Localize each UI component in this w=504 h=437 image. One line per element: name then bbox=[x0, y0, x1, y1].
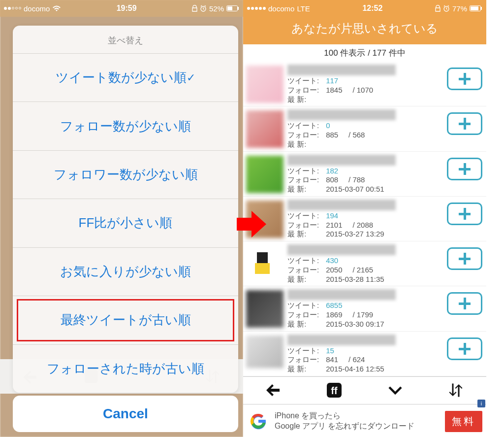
add-button[interactable] bbox=[447, 158, 482, 180]
battery-percent: 77% bbox=[452, 4, 467, 13]
add-button[interactable] bbox=[447, 247, 482, 270]
list-item[interactable]: ツイート: 430 フォロー: 2050 / 2165 最 新: 2015-03… bbox=[243, 241, 486, 286]
username-redacted bbox=[287, 335, 396, 345]
plus-icon bbox=[459, 163, 471, 175]
status-time: 19:59 bbox=[61, 4, 192, 13]
username-redacted bbox=[287, 65, 396, 75]
add-button[interactable] bbox=[447, 292, 482, 315]
sort-option-followed-time-old[interactable]: フォローされた時が古い順 bbox=[13, 345, 238, 393]
page-title: あなたが片思いされている bbox=[243, 17, 486, 44]
signal-dots-icon bbox=[247, 7, 266, 10]
ad-info-icon[interactable]: i bbox=[477, 400, 485, 407]
add-button[interactable] bbox=[447, 202, 482, 225]
sort-button[interactable] bbox=[446, 380, 466, 400]
sort-option-follow-asc[interactable]: フォロー数が少ない順 bbox=[13, 102, 238, 150]
lock-icon bbox=[192, 5, 197, 12]
user-stats: ツイート: 194 フォロー: 2101 / 2088 最 新: 2015-03… bbox=[287, 211, 447, 239]
battery-percent: 52% bbox=[209, 4, 224, 13]
plus-icon bbox=[459, 343, 471, 355]
list-item[interactable]: ツイート: 0 フォロー: 885 / 568 最 新: bbox=[243, 106, 486, 151]
sort-option-follower-asc[interactable]: フォロワー数が少ない順 bbox=[13, 151, 238, 199]
carrier-label: docomo bbox=[24, 4, 50, 13]
cancel-button[interactable]: Cancel bbox=[13, 396, 238, 432]
user-stats: ツイート: 117 フォロー: 1845 / 1070 最 新: bbox=[287, 76, 447, 104]
sort-option-ff-ratio[interactable]: FF比が小さい順 bbox=[13, 199, 238, 247]
list-item[interactable]: ツイート: 117 フォロー: 1845 / 1070 最 新: bbox=[243, 62, 486, 106]
expand-button[interactable] bbox=[385, 380, 405, 400]
plus-icon bbox=[459, 298, 471, 309]
username-redacted bbox=[287, 244, 396, 255]
transition-arrow-icon bbox=[234, 207, 269, 241]
svg-text:ff: ff bbox=[331, 385, 338, 396]
sort-option-tweets-asc[interactable]: ツイート数が少ない順 bbox=[13, 54, 238, 102]
username-redacted bbox=[287, 155, 396, 166]
svg-rect-8 bbox=[481, 7, 482, 10]
battery-icon bbox=[470, 5, 482, 11]
carrier-label: docomo bbox=[268, 4, 294, 13]
ad-banner[interactable]: i iPhone を買ったら Google アプリ を忘れずにダウンロード 無料 bbox=[243, 404, 486, 437]
avatar bbox=[246, 290, 284, 328]
sort-option-favorites-asc[interactable]: お気に入りが少ない順 bbox=[13, 248, 238, 296]
add-button[interactable] bbox=[447, 337, 482, 360]
avatar bbox=[246, 336, 284, 368]
avatar bbox=[246, 156, 284, 193]
user-stats: ツイート: 0 フォロー: 885 / 568 最 新: bbox=[287, 121, 447, 149]
lock-icon bbox=[435, 5, 441, 12]
user-stats: ツイート: 15 フォロー: 841 / 624 最 新: 2015-04-16… bbox=[287, 346, 447, 374]
signal-dots-icon bbox=[4, 7, 21, 10]
username-redacted bbox=[287, 289, 396, 300]
result-count: 100 件表示 / 177 件中 bbox=[243, 44, 486, 62]
alarm-icon bbox=[200, 5, 207, 12]
add-button[interactable] bbox=[447, 112, 482, 135]
svg-rect-7 bbox=[471, 6, 478, 10]
user-list: ツイート: 117 フォロー: 1845 / 1070 最 新: ツイート: 0… bbox=[243, 62, 486, 376]
ad-text: iPhone を買ったら Google アプリ を忘れずにダウンロード bbox=[275, 411, 445, 432]
sort-action-sheet: 並べ替え ツイート数が少ない順 フォロー数が少ない順 フォロワー数が少ない順 F… bbox=[13, 26, 238, 393]
sheet-title: 並べ替え bbox=[13, 26, 238, 54]
list-item[interactable]: ツイート: 6855 フォロー: 1869 / 1799 最 新: 2015-0… bbox=[243, 286, 486, 331]
sort-option-last-tweet-old[interactable]: 最終ツイートが古い順 bbox=[13, 296, 238, 344]
wifi-icon bbox=[52, 5, 61, 12]
app-icon-button[interactable]: ff bbox=[324, 380, 344, 400]
svg-rect-2 bbox=[227, 6, 232, 10]
ad-install-button[interactable]: 無料 bbox=[445, 411, 482, 432]
google-icon bbox=[247, 410, 270, 433]
user-stats: ツイート: 430 フォロー: 2050 / 2165 最 新: 2015-03… bbox=[287, 256, 447, 284]
username-redacted bbox=[287, 109, 396, 120]
svg-rect-3 bbox=[238, 7, 239, 10]
bottom-toolbar: ff bbox=[243, 376, 486, 404]
plus-icon bbox=[459, 253, 471, 265]
battery-icon bbox=[226, 5, 239, 11]
avatar bbox=[246, 66, 284, 103]
add-button[interactable] bbox=[447, 67, 482, 90]
alarm-icon bbox=[443, 5, 450, 12]
avatar bbox=[246, 245, 284, 283]
plus-icon bbox=[459, 208, 471, 220]
username-redacted bbox=[287, 200, 396, 210]
status-time: 12:52 bbox=[310, 4, 435, 13]
list-item[interactable]: ツイート: 182 フォロー: 808 / 788 最 新: 2015-03-0… bbox=[243, 152, 486, 197]
user-stats: ツイート: 182 フォロー: 808 / 788 最 新: 2015-03-0… bbox=[287, 167, 447, 194]
avatar bbox=[246, 110, 284, 148]
back-button[interactable] bbox=[264, 380, 284, 400]
network-label: LTE bbox=[297, 4, 310, 13]
list-item[interactable]: ツイート: 15 フォロー: 841 / 624 最 新: 2015-04-16… bbox=[243, 332, 486, 376]
list-item[interactable]: ツイート: 194 フォロー: 2101 / 2088 最 新: 2015-03… bbox=[243, 197, 486, 241]
plus-icon bbox=[459, 73, 471, 85]
plus-icon bbox=[459, 118, 471, 130]
user-stats: ツイート: 6855 フォロー: 1869 / 1799 最 新: 2015-0… bbox=[287, 301, 447, 329]
